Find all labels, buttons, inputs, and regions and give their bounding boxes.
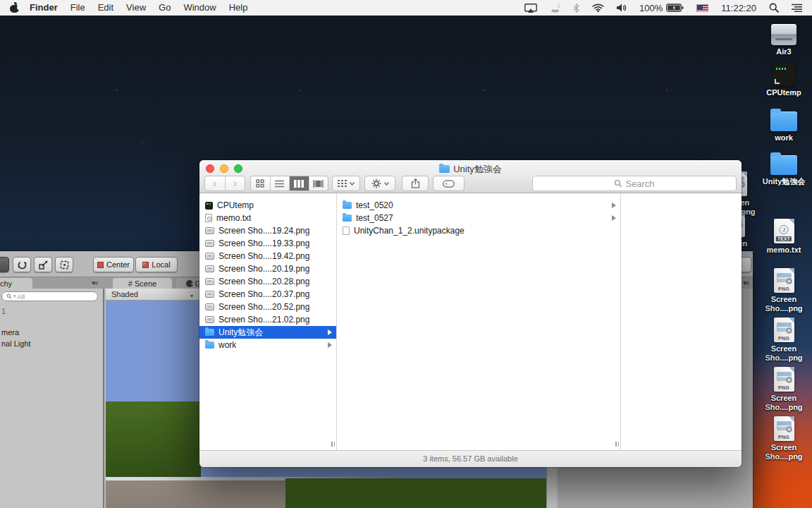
package-file-icon: [343, 226, 350, 235]
battery-icon: [666, 4, 684, 12]
list-item[interactable]: Screen Sho....20.37.png: [199, 288, 336, 301]
arrange-button[interactable]: [332, 176, 360, 191]
screenshot-file-icon: [205, 303, 214, 310]
chevron-down-icon: [350, 182, 355, 186]
list-item[interactable]: memo.txt: [199, 212, 336, 224]
view-segmented-control: [250, 176, 328, 191]
desktop-icon-memo[interactable]: JTEXT memo.txt: [757, 219, 811, 255]
hierarchy-search-input[interactable]: ▾ All: [1, 291, 98, 301]
menu-window[interactable]: Window: [177, 0, 222, 16]
apple-menu-icon[interactable]: [10, 3, 19, 13]
hierarchy-item[interactable]: nal Light: [1, 338, 31, 349]
list-item[interactable]: CPUtemp: [199, 199, 336, 212]
action-button[interactable]: [364, 176, 395, 191]
list-item[interactable]: test_0527: [337, 212, 620, 224]
disclosure-arrow-icon: [612, 215, 616, 221]
tab-hierarchy[interactable]: chy: [0, 278, 32, 289]
list-item[interactable]: Screen Sho....19.42.png: [199, 250, 336, 262]
list-item[interactable]: UnityChan_1_2.unitypackage: [337, 224, 620, 237]
volume-icon[interactable]: [610, 4, 633, 12]
column-2: test_0520 test_0527 UnityChan_1_2.unityp…: [337, 193, 620, 450]
back-button[interactable]: ‹: [205, 176, 226, 190]
list-item[interactable]: work: [199, 339, 336, 351]
scale-tool-button[interactable]: [34, 257, 52, 272]
menu-edit[interactable]: Edit: [92, 0, 120, 16]
search-input[interactable]: Search: [532, 176, 737, 191]
list-item[interactable]: test_0520: [337, 199, 620, 212]
desktop-icon-work[interactable]: work: [757, 107, 811, 143]
icon-view-button[interactable]: [251, 176, 271, 190]
pivot-local-button[interactable]: Local: [135, 257, 178, 272]
desktop-icon-unity-benkyokai[interactable]: Unity勉強会: [761, 151, 807, 186]
screenshot-file-icon: [205, 278, 214, 285]
menu-help[interactable]: Help: [223, 0, 254, 16]
list-item[interactable]: Screen Sho....20.52.png: [199, 301, 336, 313]
window-title: Unity勉強会: [199, 163, 742, 176]
disclosure-arrow-icon: [328, 342, 332, 348]
text-file-icon: JTEXT: [774, 219, 794, 243]
notification-center-icon[interactable]: [785, 4, 812, 12]
menu-finder[interactable]: Finder: [23, 0, 64, 16]
desktop-icon-screenshot-2[interactable]: PNG Screen Sho....png: [757, 318, 811, 363]
external-drive-icon: [771, 24, 796, 45]
phone-icon[interactable]: [543, 4, 567, 13]
search-scope-arrow: ▾: [13, 294, 16, 299]
hierarchy-item[interactable]: mera: [1, 327, 31, 338]
desktop-icon-air3[interactable]: Air3: [757, 24, 811, 56]
search-icon: [614, 179, 622, 188]
tags-button[interactable]: [433, 176, 465, 191]
pivot-center-button[interactable]: Center: [93, 257, 134, 272]
desktop-icon-screenshot-3[interactable]: PNG Screen Sho....png: [757, 367, 811, 412]
arrange-icon: [338, 180, 347, 187]
png-file-icon: PNG: [774, 318, 794, 342]
list-item[interactable]: Screen Sho....19.24.png: [199, 224, 336, 237]
list-view-button[interactable]: [271, 176, 290, 190]
screenshot-file-icon: [205, 291, 214, 298]
rect-tool-button[interactable]: [55, 257, 73, 272]
tab-scene[interactable]: # Scene: [113, 278, 172, 289]
share-button[interactable]: [402, 176, 429, 191]
move-tool-button[interactable]: [0, 257, 9, 272]
clock[interactable]: 11:22:20: [715, 3, 763, 13]
list-item[interactable]: Screen Sho....20.28.png: [199, 275, 336, 288]
column-resize-handle[interactable]: [331, 442, 336, 447]
desktop-icon-screenshot-4[interactable]: PNG Screen Sho....png: [757, 416, 811, 461]
finder-titlebar[interactable]: Unity勉強会 ‹ ›: [199, 160, 742, 193]
menu-bar-status: 100% 11:22:20: [518, 3, 812, 13]
menu-go[interactable]: Go: [152, 0, 177, 16]
screenshot-file-icon: [205, 316, 214, 323]
hierarchy-list: 1 mera nal Light: [1, 306, 31, 349]
panel-menu-icon[interactable]: ▾≡: [743, 279, 749, 286]
desktop-icon-cputemp[interactable]: CPUtemp: [757, 64, 811, 97]
png-file-icon: PNG: [774, 416, 794, 441]
disclosure-arrow-icon: [612, 202, 616, 208]
share-icon: [411, 179, 420, 188]
column-view-button[interactable]: [290, 176, 309, 190]
battery-status[interactable]: 100%: [633, 3, 690, 13]
hierarchy-item[interactable]: 1: [1, 306, 31, 317]
bluetooth-icon[interactable]: [567, 4, 586, 13]
menu-view[interactable]: View: [120, 0, 152, 16]
airplay-display-icon[interactable]: [518, 4, 543, 13]
list-item[interactable]: Screen Sho....21.02.png: [199, 313, 336, 326]
grid-view-icon: [256, 179, 264, 188]
column-resize-handle[interactable]: [615, 442, 620, 447]
input-language-flag[interactable]: [690, 4, 715, 12]
list-view-icon: [275, 180, 284, 188]
game-tab-icon: [186, 280, 193, 287]
chevron-down-icon: [384, 182, 389, 186]
folder-icon: [770, 155, 797, 175]
coverflow-view-button[interactable]: [309, 176, 328, 190]
menu-file[interactable]: File: [64, 0, 92, 16]
panel-menu-icon[interactable]: ▾≡: [92, 279, 97, 286]
wifi-icon[interactable]: [586, 4, 610, 12]
forward-button[interactable]: ›: [226, 176, 245, 190]
spotlight-icon[interactable]: [763, 3, 785, 13]
list-item[interactable]: Screen Sho....20.19.png: [199, 262, 336, 275]
desktop-icon-screenshot-1[interactable]: PNG Screen Sho....png: [757, 268, 811, 313]
list-item-selected[interactable]: Unity勉強会: [199, 326, 336, 339]
column-1: CPUtemp memo.txt Screen Sho....19.24.png…: [199, 193, 336, 450]
rotate-tool-button[interactable]: [13, 257, 31, 272]
list-item[interactable]: Screen Sho....19.33.png: [199, 237, 336, 250]
disclosure-arrow-icon: [328, 329, 332, 335]
